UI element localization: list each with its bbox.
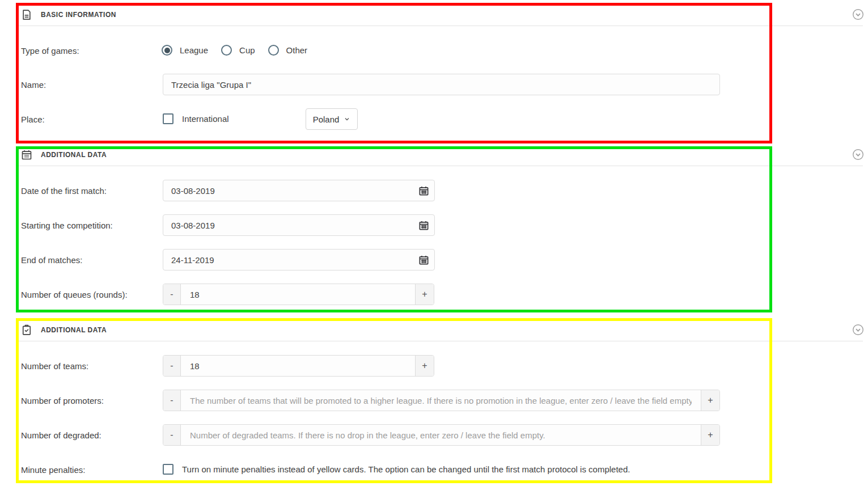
- queues-label: Number of queues (rounds):: [21, 290, 128, 299]
- teams-input[interactable]: [181, 356, 415, 376]
- document-icon: [21, 9, 32, 20]
- calendar-icon: [21, 149, 32, 160]
- queues-input[interactable]: [181, 284, 415, 305]
- section-divider: [17, 26, 863, 26]
- promoters-stepper: - +: [163, 390, 720, 411]
- plus-button[interactable]: +: [701, 425, 719, 445]
- section-header-additional-data-dates: ADDITIONAL DATA: [21, 149, 107, 161]
- radio-cup[interactable]: Cup: [221, 45, 255, 56]
- name-input[interactable]: [163, 74, 720, 95]
- minus-button[interactable]: -: [163, 425, 181, 445]
- radio-other-label: Other: [286, 45, 308, 55]
- section-divider: [17, 341, 863, 341]
- minute-penalties-description: Turn on minute penalties instead of yell…: [182, 464, 630, 474]
- section-header-additional-data-teams: ADDITIONAL DATA: [21, 324, 107, 336]
- name-label: Name:: [21, 80, 46, 90]
- country-select[interactable]: Poland: [306, 108, 358, 130]
- annotation-box-red: [16, 3, 772, 143]
- section-title: BASIC INFORMATION: [41, 11, 116, 19]
- end-matches-label: End of matches:: [21, 255, 82, 265]
- promoters-label: Number of promoters:: [21, 396, 104, 405]
- international-check-row: International: [163, 113, 229, 124]
- radio-selected-icon: [162, 45, 172, 56]
- end-matches-date-input[interactable]: [163, 255, 413, 265]
- first-match-date-input[interactable]: [163, 186, 413, 196]
- plus-button[interactable]: +: [415, 356, 434, 376]
- section-divider: [17, 166, 863, 166]
- section-header-basic-information: BASIC INFORMATION: [21, 9, 116, 21]
- type-of-games-label: Type of games:: [21, 46, 79, 56]
- minute-penalties-checkbox[interactable]: [163, 464, 173, 475]
- first-match-label: Date of the first match:: [21, 186, 107, 196]
- start-competition-date-input[interactable]: [163, 221, 413, 230]
- section-title: ADDITIONAL DATA: [41, 151, 107, 159]
- radio-cup-label: Cup: [239, 45, 255, 55]
- minus-button[interactable]: -: [163, 356, 181, 376]
- chevron-down-circle-icon[interactable]: [852, 9, 864, 20]
- queues-stepper: - +: [163, 284, 434, 305]
- degraded-label: Number of degraded:: [21, 430, 101, 440]
- radio-league[interactable]: League: [162, 45, 208, 56]
- degraded-input[interactable]: [181, 425, 701, 445]
- calendar-icon[interactable]: [413, 180, 434, 201]
- minus-button[interactable]: -: [163, 284, 181, 305]
- end-matches-date-field: [163, 249, 435, 271]
- plus-button[interactable]: +: [701, 390, 719, 411]
- minute-penalties-check-row: Turn on minute penalties instead of yell…: [163, 464, 630, 475]
- teams-stepper: - +: [163, 355, 434, 377]
- section-title: ADDITIONAL DATA: [41, 326, 107, 334]
- clipboard-check-icon: [21, 324, 32, 336]
- radio-unselected-icon: [268, 45, 279, 56]
- teams-label: Number of teams:: [21, 361, 88, 371]
- international-label: International: [182, 114, 229, 124]
- place-label: Place:: [21, 115, 45, 124]
- degraded-stepper: - +: [163, 424, 720, 446]
- calendar-icon[interactable]: [413, 250, 434, 270]
- minute-penalties-label: Minute penalties:: [21, 465, 85, 475]
- first-match-date-field: [163, 180, 435, 201]
- type-of-games-radio-group: League Cup Other: [162, 45, 320, 56]
- country-select-value: Poland: [313, 115, 340, 124]
- promoters-input[interactable]: [181, 390, 701, 411]
- international-checkbox[interactable]: [163, 113, 173, 124]
- minus-button[interactable]: -: [163, 390, 181, 411]
- radio-unselected-icon: [221, 45, 232, 56]
- chevron-down-circle-icon[interactable]: [852, 324, 864, 336]
- calendar-icon[interactable]: [413, 215, 434, 235]
- start-competition-label: Starting the competition:: [21, 221, 113, 230]
- chevron-down-icon: [344, 116, 350, 122]
- chevron-down-circle-icon[interactable]: [852, 149, 864, 160]
- start-competition-date-field: [163, 214, 435, 236]
- radio-league-label: League: [180, 45, 208, 55]
- plus-button[interactable]: +: [415, 284, 434, 305]
- radio-other[interactable]: Other: [268, 45, 308, 56]
